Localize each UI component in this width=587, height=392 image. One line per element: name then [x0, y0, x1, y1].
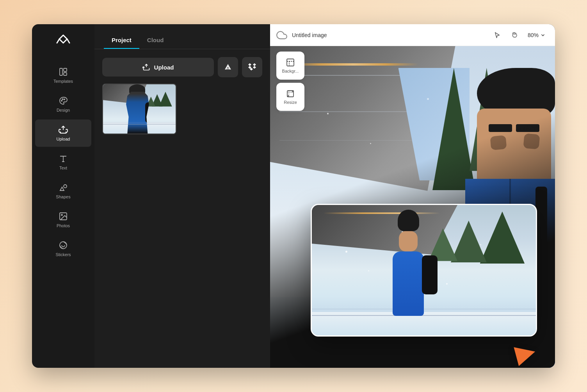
svg-point-6: [62, 99, 63, 100]
thumb-rail-1: [103, 124, 176, 125]
right-person-backpack-strap: [535, 187, 547, 265]
hand-icon: [511, 32, 518, 39]
media-thumbnail[interactable]: [102, 84, 176, 134]
upload-btn-icon: [142, 63, 150, 71]
chevron-down-icon: [540, 32, 546, 38]
main-container: Templates Design Upload: [32, 24, 555, 368]
svg-line-0: [57, 39, 59, 43]
sidebar-item-upload[interactable]: Upload: [35, 119, 91, 147]
roof-line-3: [279, 140, 418, 141]
sidebar-item-design[interactable]: Design: [35, 91, 91, 118]
svg-line-1: [67, 39, 69, 43]
stickers-icon: [59, 241, 68, 250]
sidebar-item-text[interactable]: Text: [35, 148, 91, 176]
design-label: Design: [57, 108, 70, 112]
dropbox-button[interactable]: [242, 57, 262, 77]
background-icon: [286, 58, 295, 67]
document-title: Untitled image: [292, 32, 486, 38]
photos-label: Photos: [57, 223, 70, 228]
cursor-tool-button[interactable]: [490, 28, 504, 42]
templates-label: Templates: [53, 79, 73, 84]
svg-rect-4: [64, 73, 67, 75]
zoom-value: 80%: [528, 32, 539, 38]
svg-point-11: [60, 242, 67, 249]
sidebar-item-templates[interactable]: Templates: [35, 62, 91, 89]
upload-controls: Upload: [102, 57, 262, 77]
upload-main-button[interactable]: Upload: [102, 58, 214, 77]
design-icon: [59, 96, 68, 105]
svg-rect-2: [60, 68, 62, 75]
canvas-area: Untitled image 80%: [270, 24, 555, 368]
text-icon: [59, 154, 68, 163]
right-person-eyebrow-l: [489, 124, 512, 132]
right-person-eye-r: [523, 133, 540, 149]
dropbox-icon: [247, 62, 257, 72]
panel-tabs: Project Cloud: [94, 24, 270, 49]
shapes-icon: [59, 183, 68, 192]
sidebar-item-photos[interactable]: Photos: [35, 206, 91, 233]
floating-preview-card[interactable]: [311, 204, 537, 337]
svg-point-10: [61, 214, 62, 216]
upload-icon: [59, 125, 68, 134]
text-label: Text: [59, 166, 67, 170]
right-person-face: [477, 109, 551, 187]
svg-point-5: [61, 100, 62, 101]
floating-card-content: [312, 205, 536, 335]
svg-point-8: [64, 185, 67, 188]
card-person-hat: [398, 210, 419, 231]
tab-cloud[interactable]: Cloud: [139, 32, 172, 49]
roof-line-2: [279, 111, 428, 112]
card-snow-1: [345, 251, 347, 253]
card-tree-1: [480, 212, 525, 264]
card-snow-4: [446, 283, 448, 285]
svg-rect-12: [287, 59, 294, 66]
cursor-icon: [494, 32, 501, 39]
thumbnail-scene: [103, 84, 176, 134]
shapes-label: Shapes: [56, 194, 70, 199]
zoom-control[interactable]: 80%: [525, 30, 549, 40]
hand-tool-button[interactable]: [507, 28, 521, 42]
header-tools: 80%: [490, 28, 549, 42]
upload-btn-label: Upload: [154, 64, 174, 71]
card-tree-2: [451, 221, 487, 262]
card-person-face: [399, 231, 418, 251]
card-person: [379, 210, 438, 316]
upload-label: Upload: [57, 137, 70, 141]
thumb-rail-2: [103, 122, 176, 123]
right-tools-panel: Backgr... Resize: [276, 52, 304, 111]
upload-panel: Project Cloud Upload: [94, 24, 270, 368]
templates-icon: [59, 67, 68, 77]
cloud-save-icon: [276, 30, 287, 41]
sidebar-item-stickers[interactable]: Stickers: [35, 235, 91, 262]
logo-area: [32, 24, 94, 57]
roof-light-strip: [288, 63, 418, 66]
gdrive-button[interactable]: [218, 57, 238, 77]
panel-content: Upload: [94, 49, 270, 142]
svg-point-7: [64, 99, 65, 100]
right-person-eyebrow-r: [516, 124, 539, 132]
background-tool-button[interactable]: Backgr...: [276, 52, 304, 80]
gdrive-icon: [223, 62, 233, 72]
resize-tool-label: Resize: [284, 100, 297, 105]
svg-rect-3: [64, 68, 67, 71]
resize-tool-button[interactable]: Resize: [276, 83, 304, 111]
logo-icon: [55, 32, 72, 49]
sidebar-item-shapes[interactable]: Shapes: [35, 177, 91, 205]
sidebar: Templates Design Upload: [32, 24, 94, 368]
background-tool-label: Backgr...: [282, 69, 299, 73]
card-snow-5: [480, 244, 481, 245]
canvas-background: [270, 46, 555, 368]
stickers-label: Stickers: [55, 252, 71, 257]
tab-project[interactable]: Project: [104, 32, 139, 49]
photos-icon: [59, 212, 68, 221]
right-person-eye-l: [490, 135, 507, 150]
card-snow-3: [368, 270, 369, 271]
thumb-person-body: [125, 92, 150, 134]
card-backpack: [422, 255, 438, 294]
header-bar: Untitled image 80%: [270, 24, 555, 46]
resize-icon: [286, 89, 295, 98]
card-person-body: [393, 251, 424, 316]
